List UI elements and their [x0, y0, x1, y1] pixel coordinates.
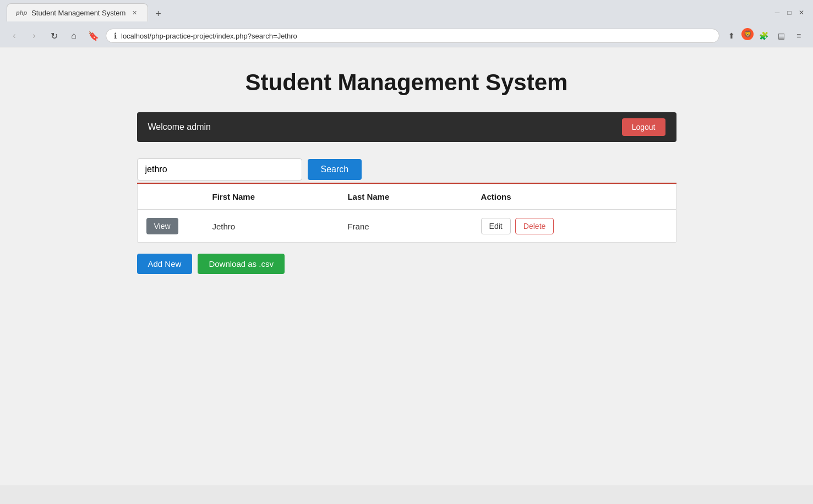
main-container: Student Management System Welcome admin … [137, 69, 676, 274]
url-text: localhost/php-practice-project/index.php… [121, 32, 711, 40]
forward-button[interactable]: › [26, 28, 42, 43]
share-button[interactable]: ⬆ [724, 28, 739, 43]
table-row: View Jethro Frane Edit Delete [138, 210, 676, 242]
tab-close-button[interactable]: ✕ [130, 8, 139, 17]
bottom-actions: Add New Download as .csv [137, 254, 676, 274]
students-table: First Name Last Name Actions View Jethro… [138, 184, 676, 242]
window-controls: ─ □ ✕ [772, 8, 806, 18]
browser-chrome: php Student Management System ✕ + ─ □ ✕ … [0, 0, 813, 47]
col-header-actions-label: Actions [472, 184, 676, 210]
add-new-button[interactable]: Add New [137, 254, 193, 274]
close-window-button[interactable]: ✕ [796, 8, 806, 18]
table-body: View Jethro Frane Edit Delete [138, 210, 676, 242]
row-actions-cell: Edit Delete [472, 210, 676, 242]
info-icon: ℹ [114, 31, 117, 40]
page-title: Student Management System [137, 69, 676, 96]
search-button[interactable]: Search [308, 159, 362, 180]
view-cell: View [138, 210, 204, 242]
col-header-first-name: First Name [204, 184, 339, 210]
welcome-text: Welcome admin [148, 122, 211, 132]
view-button[interactable]: View [146, 218, 178, 234]
navbar: Welcome admin Logout [137, 112, 676, 142]
php-icon: php [16, 9, 27, 16]
extensions-button[interactable]: 🧩 [756, 28, 771, 43]
last-name-cell: Frane [339, 210, 472, 242]
download-csv-button[interactable]: Download as .csv [198, 254, 285, 274]
back-button[interactable]: ‹ [7, 28, 22, 43]
minimize-button[interactable]: ─ [772, 8, 782, 18]
bookmark-button[interactable]: 🔖 [86, 28, 101, 43]
edit-button[interactable]: Edit [481, 218, 511, 234]
address-bar[interactable]: ℹ localhost/php-practice-project/index.p… [106, 29, 719, 43]
browser-tab[interactable]: php Student Management System ✕ [7, 3, 148, 21]
browser-titlebar: php Student Management System ✕ + ─ □ ✕ [0, 0, 813, 25]
browser-actions: ⬆ 🦁 🧩 ▤ ≡ [724, 28, 806, 43]
reload-button[interactable]: ↻ [46, 28, 62, 43]
address-bar-row: ‹ › ↻ ⌂ 🔖 ℹ localhost/php-practice-proje… [0, 25, 813, 47]
maximize-button[interactable]: □ [784, 8, 794, 18]
col-header-last-name: Last Name [339, 184, 472, 210]
page-content: Student Management System Welcome admin … [0, 47, 813, 485]
sidebar-button[interactable]: ▤ [773, 28, 789, 43]
col-header-actions [138, 184, 204, 210]
students-table-wrapper: First Name Last Name Actions View Jethro… [137, 184, 676, 243]
tab-bar: php Student Management System ✕ + [7, 3, 768, 21]
home-button[interactable]: ⌂ [66, 28, 81, 43]
table-header-row: First Name Last Name Actions [138, 184, 676, 210]
menu-button[interactable]: ≡ [791, 28, 806, 43]
new-tab-button[interactable]: + [150, 6, 166, 21]
delete-button[interactable]: Delete [515, 218, 554, 234]
search-section: Search [137, 158, 676, 180]
brave-shield-icon[interactable]: 🦁 [741, 28, 754, 40]
tab-title: Student Management System [31, 9, 126, 17]
logout-button[interactable]: Logout [622, 118, 665, 136]
first-name-cell: Jethro [204, 210, 339, 242]
search-input[interactable] [137, 158, 302, 180]
